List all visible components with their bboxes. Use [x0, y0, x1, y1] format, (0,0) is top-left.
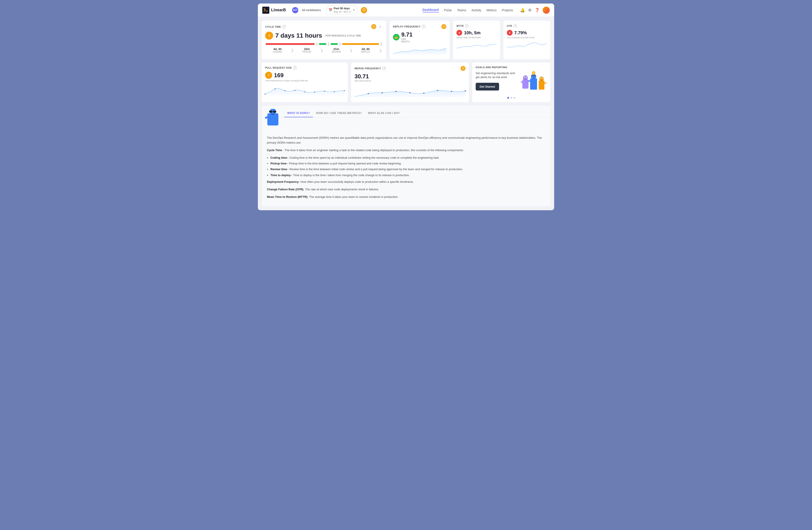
nav-teams[interactable]: Teams [457, 9, 466, 12]
svg-rect-47 [267, 113, 278, 125]
merge-freq-card: MERGE FREQUENCY ? ⓘ 30.71 PRS PER MONTH [351, 62, 469, 102]
merge-freq-info-icon[interactable]: ⓘ [461, 66, 465, 71]
date-picker[interactable]: 📅 Past 90 days Aug 19 - Nov 17 ▼ [326, 6, 357, 15]
svg-point-11 [344, 90, 345, 91]
svg-point-2 [264, 11, 264, 11]
cfr-title: CFR [507, 25, 512, 27]
notification-icon[interactable]: 🔔 [520, 8, 525, 13]
goals-dot-2[interactable] [510, 97, 512, 99]
pr-size-icon: ⇧ [265, 72, 272, 79]
cfr-icon: ● [507, 30, 512, 36]
svg-rect-34 [534, 75, 535, 76]
nav-pulse[interactable]: Pulse [444, 9, 452, 12]
merge-freq-help[interactable]: ? [382, 67, 386, 70]
merge-freq-title: MERGE FREQUENCY [354, 67, 381, 70]
help-icon[interactable]: ❓ [535, 8, 539, 13]
mttr-value: 10h, 5m [464, 30, 480, 36]
svg-point-10 [334, 91, 335, 92]
dora-info-body: The DevOps Research and Assessment (DORA… [262, 131, 550, 207]
deploy-freq-title: DEPLOY FREQUENCY [393, 25, 421, 28]
header-info-icon[interactable]: ⓘ [361, 7, 367, 13]
bar-arrow-2: ❯ [327, 42, 330, 46]
nav-dashboard[interactable]: Dashboard [423, 8, 439, 12]
pickup-stage: 22m PICKUP [294, 47, 319, 53]
review-bar [331, 43, 338, 45]
info-header: WHAT IS DORA? HOW DO I USE THESE METRICS… [262, 105, 550, 131]
component-pickup: Pickup time– Pickup time is the time bet… [271, 161, 545, 166]
deploy-freq-info-icon[interactable]: ⓘ [441, 24, 446, 29]
svg-point-7 [304, 92, 305, 92]
bar-arrow-3: ❯ [338, 42, 342, 46]
bar-arrow-4: ❯ [380, 42, 382, 46]
user-avatar[interactable] [543, 6, 550, 14]
cycle-time-desc-text: - The time it takes from an engineer sta… [283, 149, 464, 152]
chevron-down-icon: ▼ [353, 9, 355, 11]
component-deploy: Time to deploy– Time to deploy is the ti… [271, 173, 545, 178]
component-review: Review time– Review time is the time bet… [271, 167, 545, 172]
tab-how-to-use[interactable]: HOW DO I USE THESE METRICS? [313, 110, 365, 117]
cycle-time-card: CYCLE TIME ? ⓘ ↗ ⇧ 7 days 11 hours 75TH … [261, 20, 387, 59]
cfr-help[interactable]: ? [513, 24, 517, 28]
nav-metrics[interactable]: Metrics [487, 9, 496, 12]
coding-value: 4d, 4h [265, 47, 290, 51]
contributor-badge[interactable]: ACT [292, 7, 298, 13]
logo[interactable]: LinearB [262, 6, 286, 14]
calendar-icon: 📅 [329, 8, 332, 12]
merge-freq-chart [354, 84, 465, 99]
mttr-card: MTTR ? ● 10h, 5m MEAN TIME TO RESTORE [453, 20, 500, 59]
goals-description: Set engineering standards and get alerts… [476, 71, 519, 79]
review-stage: 21m REVIEW [324, 47, 349, 53]
cycle-time-subtitle: 75TH PERCENTILE CYCLE TIME [325, 34, 361, 37]
svg-rect-39 [533, 74, 534, 75]
mttr-icon: ● [456, 30, 462, 36]
merge-freq-value: 30.71 [354, 73, 465, 80]
svg-point-14 [395, 91, 397, 92]
svg-point-8 [314, 92, 315, 93]
cycle-time-expand-icon[interactable]: ↗ [377, 24, 383, 29]
review-label: REVIEW [324, 51, 349, 53]
svg-rect-46 [545, 83, 547, 84]
tab-what-else[interactable]: WHAT ELSE CAN I DO? [365, 110, 403, 117]
svg-point-13 [381, 92, 383, 93]
date-range-sub: Aug 19 - Nov 17 [334, 10, 351, 13]
goals-illustration [520, 71, 547, 93]
nav-projects[interactable]: Projects [502, 9, 513, 12]
date-range-label: Past 90 days [334, 7, 351, 10]
nav-activity[interactable]: Activity [472, 9, 481, 12]
cycle-time-help[interactable]: ? [282, 25, 286, 29]
goals-card: GOALS AND REPORTING Set engineering stan… [472, 62, 551, 102]
dora-metrics-row: CYCLE TIME ? ⓘ ↗ ⇧ 7 days 11 hours 75TH … [261, 20, 551, 59]
deploy-bar [342, 43, 379, 45]
svg-point-45 [542, 78, 543, 79]
cfr-desc: Change Failure Rate (CFR)- The rate at w… [267, 187, 545, 192]
svg-rect-20 [522, 80, 528, 89]
goals-dot-1[interactable] [507, 97, 509, 99]
svg-point-25 [526, 77, 527, 78]
settings-icon[interactable]: ⚙ [528, 8, 532, 13]
deploy-stage: 3d, 6h DEPLOY [353, 47, 378, 53]
pr-size-help[interactable]: ? [293, 66, 297, 69]
svg-point-38 [533, 71, 535, 74]
stage-arrow-1: ❯ [290, 48, 294, 53]
contributor-label: All contributors [302, 9, 321, 12]
deploy-label: DEPLOY [353, 51, 378, 53]
header-icons: 🔔 ⚙ ❓ [520, 6, 550, 14]
goals-dot-3[interactable] [513, 97, 515, 99]
mttr-help[interactable]: ? [465, 24, 468, 28]
svg-point-1 [264, 8, 264, 9]
get-started-button[interactable]: Get Started [476, 83, 499, 90]
svg-rect-33 [532, 75, 533, 76]
svg-point-16 [423, 93, 424, 94]
tab-what-is-dora[interactable]: WHAT IS DORA? [284, 110, 313, 117]
cycle-time-info-icon[interactable]: ⓘ [371, 24, 376, 29]
mttr-sublabel: MEAN TIME TO RESTORE [456, 37, 496, 39]
stage-arrow-2: ❯ [319, 48, 324, 53]
deploy-freq-help[interactable]: ? [422, 25, 425, 28]
pickup-bar [319, 43, 326, 45]
main-content: CYCLE TIME ? ⓘ ↗ ⇧ 7 days 11 hours 75TH … [258, 17, 554, 210]
cfr-sublabel: AVG CHANGE FAILURE RATE [507, 37, 547, 39]
cycle-time-description: Cycle Time - The time it takes from an e… [267, 148, 545, 153]
pr-size-card: PULL REQUEST SIZE ? ⇧ 169 75TH PERCENTIL… [261, 62, 348, 102]
svg-rect-27 [530, 78, 537, 89]
coding-label: CODING [265, 51, 290, 53]
